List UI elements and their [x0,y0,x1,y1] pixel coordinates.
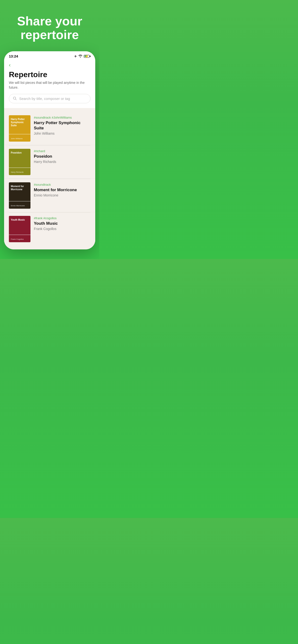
cover-title: Moment for Morricone [11,185,29,191]
battery-icon: ⚡ [84,55,90,58]
album-cover-youth: Youth Music Frank Cogollos [9,216,31,242]
item-composer: John Williams [34,132,90,135]
status-icons: ✈ ⚡ [74,54,90,58]
airplane-icon: ✈ [74,54,77,58]
item-title: Youth Music [34,221,90,226]
hero-section: Share your repertoire [0,0,99,51]
cover-title: Harry Potter Symphonic Suite [11,118,29,127]
item-info: #frank #cogollos Youth Music Frank Cogol… [34,216,90,231]
item-title: Harry Potter Symphonic Suite [34,120,90,131]
hero-title: Share your repertoire [10,14,90,42]
search-icon [13,96,17,100]
item-info: #soundtrack Moment for Morricone Ennio M… [34,182,90,197]
wifi-icon [78,54,82,58]
svg-line-1 [16,99,17,100]
status-time: 13:24 [9,54,18,58]
list-item[interactable]: Moment for Morricone Ennio Morricone #so… [4,179,95,212]
list-item[interactable]: Youth Music Frank Cogollos #frank #cogol… [4,212,95,246]
item-tags: #soundtrack #JohnWilliams [34,116,90,119]
search-bar[interactable]: Search by title, composer or tag [9,94,90,103]
album-cover-poseidon: Poseidon Harry Richards [9,149,31,175]
item-tags: #richard [34,149,90,153]
cover-author: John Williams [11,134,29,140]
cover-author: Frank Cogollos [11,234,29,240]
item-composer: Frank Cogollos [34,227,90,231]
item-info: #soundtrack #JohnWilliams Harry Potter S… [34,115,90,135]
list-item[interactable]: Poseidon Harry Richards #richard Poseido… [4,146,95,179]
back-button[interactable]: ‹ [9,62,11,68]
cover-title: Poseidon [11,151,29,154]
item-title: Poseidon [34,154,90,159]
item-tags: #soundtrack [34,183,90,186]
status-bar: 13:24 ✈ ⚡ [4,51,95,60]
page-subtitle: We will list pieces that will be played … [9,80,90,90]
item-tags: #frank #cogollos [34,216,90,220]
search-input[interactable]: Search by title, composer or tag [19,96,70,100]
repertoire-list: Harry Potter Symphonic Suite John Willia… [4,108,95,250]
cover-title: Youth Music [11,218,29,222]
app-header: ‹ Repertoire We will list pieces that wi… [4,60,95,108]
item-composer: Harry Richards [34,160,90,164]
cover-author: Ennio Morricone [11,201,29,207]
album-cover-harry-potter: Harry Potter Symphonic Suite John Willia… [9,115,31,142]
phone-mockup: 13:24 ✈ ⚡ ‹ Repertoire We will list [4,51,95,249]
item-info: #richard Poseidon Harry Richards [34,149,90,164]
item-composer: Ennio Morricone [34,193,90,197]
cover-author: Harry Richards [11,167,29,173]
item-title: Moment for Morricone [34,187,90,192]
album-cover-morricone: Moment for Morricone Ennio Morricone [9,182,31,209]
list-item[interactable]: Harry Potter Symphonic Suite John Willia… [4,112,95,145]
page-title: Repertoire [9,70,90,79]
